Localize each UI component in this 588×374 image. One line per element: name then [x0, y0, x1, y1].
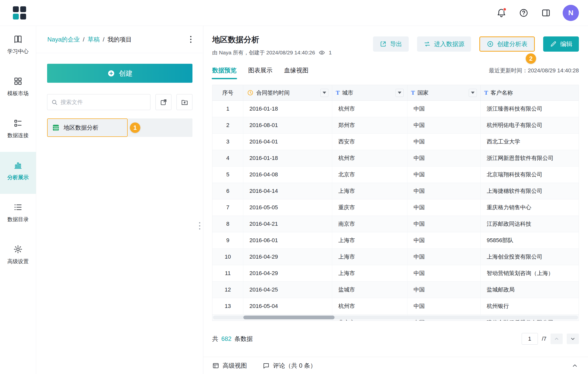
- search-input[interactable]: [61, 99, 147, 106]
- edit-pencil-icon: [550, 40, 557, 48]
- sidebar-item-advanced-settings[interactable]: 高级设置: [0, 236, 36, 278]
- cell-country: 中国: [407, 167, 481, 183]
- bottom-bar: 高级视图 评论（共 0 条）: [203, 357, 588, 374]
- cell-customer: 95856部队: [481, 232, 579, 248]
- cell-index: 12: [212, 282, 243, 298]
- file-item-label: 地区数据分析: [64, 124, 99, 132]
- tab-data-preview[interactable]: 数据预览: [212, 66, 237, 79]
- notification-bell-icon[interactable]: [496, 7, 507, 18]
- table-row: 12016-01-18杭州市中国浙江臻善科技有限公司: [212, 101, 579, 117]
- sidebar-item-label: 数据目录: [7, 216, 29, 223]
- main-panel: 地区数据分析 由 Naya 所有，创建于 2024/08/29 14:40:26…: [203, 26, 588, 374]
- cell-city: 西安市: [332, 134, 407, 150]
- cell-index: 7: [212, 199, 243, 216]
- annotation-badge-1: 1: [130, 122, 140, 133]
- column-header-customer: T 客户名称: [481, 85, 579, 100]
- cell-city: 郑州市: [332, 117, 407, 133]
- document-header: 地区数据分析 由 Naya 所有，创建于 2024/08/29 14:40:26…: [212, 26, 579, 56]
- app-logo-icon[interactable]: [12, 6, 27, 20]
- breadcrumb-separator: /: [103, 36, 105, 43]
- cell-city: 杭州市: [332, 101, 407, 117]
- cell-date: 2016-01-18: [243, 101, 332, 117]
- cell-country: 中国: [407, 232, 481, 248]
- cell-city: 重庆市: [332, 199, 407, 216]
- cell-index: 2: [212, 117, 243, 133]
- filter-caret-icon[interactable]: [396, 89, 404, 97]
- cell-index: 4: [212, 150, 243, 166]
- filter-caret-icon[interactable]: [469, 89, 477, 97]
- annotation-badge-2: 2: [526, 53, 536, 64]
- table-header: 序号 合同签约时间 T 城市 T: [212, 85, 579, 101]
- content-area: 学习中心 模板市场 数据连接 分析展示: [0, 26, 588, 374]
- sidebar-item-data-connection[interactable]: 数据连接: [0, 110, 36, 152]
- sidebar-item-learning-center[interactable]: 学习中心: [0, 26, 36, 68]
- cell-country: 中国: [407, 298, 481, 314]
- row-count-summary: 共 682 条数据: [212, 335, 253, 343]
- help-icon[interactable]: [518, 7, 529, 18]
- cell-index: 3: [212, 134, 243, 150]
- page-total: /7: [542, 336, 546, 342]
- tab-lineage-view[interactable]: 血缘视图: [284, 66, 308, 79]
- create-button[interactable]: 创建: [47, 64, 192, 83]
- cell-city: 杭州市: [332, 298, 407, 314]
- cell-country: 中国: [407, 216, 481, 232]
- create-analysis-table-button[interactable]: 创建分析表 2: [479, 36, 535, 52]
- advanced-view-button[interactable]: 高级视图: [212, 362, 247, 370]
- file-list-item[interactable]: 地区数据分析 1: [47, 118, 192, 137]
- table-file-icon: [52, 124, 60, 132]
- cell-date: 2016-04-21: [243, 216, 332, 232]
- sidebar-item-label: 分析展示: [7, 174, 29, 181]
- tab-chart-display[interactable]: 图表展示: [248, 66, 272, 79]
- kebab-menu-icon[interactable]: [189, 34, 193, 44]
- enter-datasource-button[interactable]: 进入数据源: [417, 36, 471, 52]
- sidebar-item-label: 高级设置: [7, 258, 29, 265]
- table-row: 52016-04-08北京市中国北京瑞翔科技有限公司: [212, 167, 579, 183]
- cell-city: 上海市: [332, 249, 407, 265]
- breadcrumb-current: 我的项目: [107, 35, 132, 44]
- open-file-icon[interactable]: [155, 94, 171, 110]
- chevron-up-icon: [571, 362, 578, 369]
- search-box: [47, 94, 150, 110]
- filter-caret-icon[interactable]: [320, 89, 328, 97]
- sidebar-item-label: 学习中心: [7, 48, 29, 55]
- table-row: 92016-06-01上海市中国95856部队: [212, 232, 579, 249]
- advanced-view-label: 高级视图: [223, 362, 247, 370]
- layout-columns-icon[interactable]: [540, 7, 552, 18]
- cell-city: 上海市: [332, 232, 407, 248]
- panel-resize-handle[interactable]: [198, 221, 201, 231]
- sidebar-item-template-market[interactable]: 模板市场: [0, 68, 36, 110]
- cell-index: 11: [212, 265, 243, 281]
- page-up-button[interactable]: [551, 334, 563, 344]
- data-catalog-icon: [13, 202, 23, 212]
- table-row: 102016-04-29上海市中国上海创业投资有限公司: [212, 249, 579, 265]
- cell-date: 2016-06-01: [243, 232, 332, 248]
- export-button[interactable]: 导出: [373, 36, 409, 52]
- column-label: 合同签约时间: [256, 89, 290, 97]
- page-down-button[interactable]: [567, 334, 579, 344]
- breadcrumb-org-link[interactable]: Naya的企业: [47, 35, 80, 44]
- page-input[interactable]: [522, 333, 538, 345]
- create-button-label: 创建: [119, 69, 133, 78]
- edit-button[interactable]: 编辑: [543, 36, 579, 52]
- app-window: N 学习中心 模板市场 数据连接: [0, 0, 588, 374]
- cell-index: 5: [212, 167, 243, 183]
- cell-customer: 西北工业大学: [481, 134, 579, 150]
- tabs-row: 数据预览 图表展示 血缘视图 最近更新时间：2024/08/29 14:40:2…: [212, 66, 579, 79]
- user-avatar[interactable]: N: [563, 5, 579, 21]
- sidebar-item-data-catalog[interactable]: 数据目录: [0, 194, 36, 236]
- breadcrumb-draft-link[interactable]: 草稿: [88, 35, 100, 44]
- cell-country: 中国: [407, 265, 481, 281]
- template-market-icon: [13, 76, 23, 86]
- circle-plus-icon: [487, 40, 494, 48]
- cell-index: 1: [212, 101, 243, 117]
- sidebar-item-analysis-display[interactable]: 分析展示: [0, 152, 36, 194]
- comments-button[interactable]: 评论（共 0 条）: [263, 362, 316, 370]
- collapse-panel-button[interactable]: [571, 362, 578, 369]
- file-panel-body: 创建: [36, 53, 203, 137]
- column-label: 城市: [342, 89, 353, 97]
- page-title: 地区数据分析: [212, 34, 332, 45]
- column-header-country: T 国家: [407, 85, 481, 100]
- cell-index: 6: [212, 183, 243, 199]
- new-folder-icon[interactable]: [177, 94, 192, 110]
- horizontal-scrollbar-thumb[interactable]: [243, 316, 335, 319]
